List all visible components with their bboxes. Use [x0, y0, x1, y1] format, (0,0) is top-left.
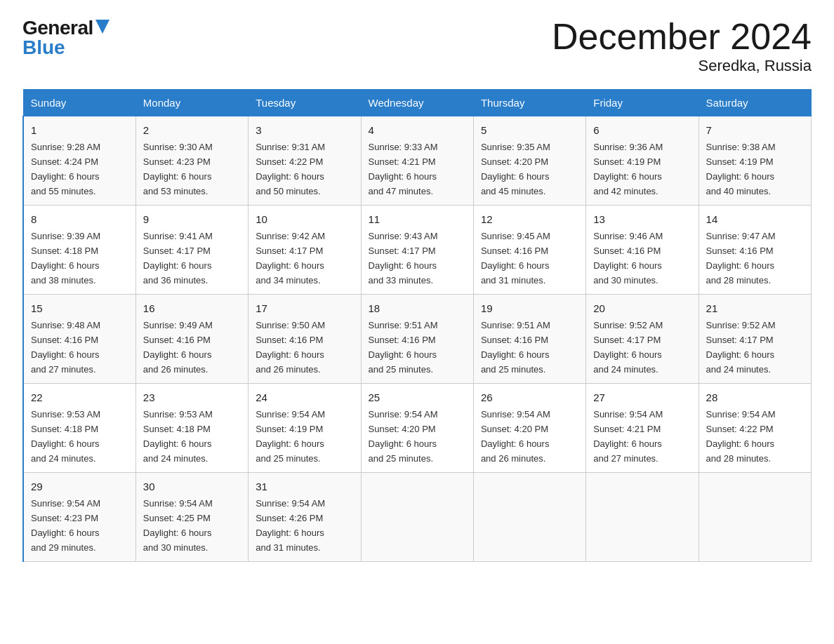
- day-cell: 2Sunrise: 9:30 AMSunset: 4:23 PMDaylight…: [135, 116, 248, 206]
- day-cell: 11Sunrise: 9:43 AMSunset: 4:17 PMDayligh…: [361, 206, 473, 295]
- title-block: December 2024 Seredka, Russia: [552, 17, 812, 75]
- svg-marker-0: [95, 20, 110, 34]
- week-row-3: 15Sunrise: 9:48 AMSunset: 4:16 PMDayligh…: [23, 295, 812, 384]
- calendar-body: 1Sunrise: 9:28 AMSunset: 4:24 PMDaylight…: [23, 116, 812, 562]
- day-info: Sunrise: 9:53 AMSunset: 4:18 PMDaylight:…: [31, 409, 100, 464]
- day-cell: 7Sunrise: 9:38 AMSunset: 4:19 PMDaylight…: [699, 116, 811, 206]
- header-row: SundayMondayTuesdayWednesdayThursdayFrid…: [23, 90, 812, 116]
- day-info: Sunrise: 9:53 AMSunset: 4:18 PMDaylight:…: [143, 409, 213, 464]
- day-number: 3: [256, 122, 353, 138]
- page-subtitle: Seredka, Russia: [552, 57, 812, 75]
- day-cell: 10Sunrise: 9:42 AMSunset: 4:17 PMDayligh…: [249, 206, 361, 295]
- day-info: Sunrise: 9:54 AMSunset: 4:20 PMDaylight:…: [369, 409, 438, 464]
- day-cell: 28Sunrise: 9:54 AMSunset: 4:22 PMDayligh…: [699, 384, 811, 473]
- day-info: Sunrise: 9:43 AMSunset: 4:17 PMDaylight:…: [369, 231, 438, 286]
- day-cell: 18Sunrise: 9:51 AMSunset: 4:16 PMDayligh…: [361, 295, 473, 384]
- day-cell: 26Sunrise: 9:54 AMSunset: 4:20 PMDayligh…: [473, 384, 585, 473]
- day-number: 29: [31, 478, 128, 495]
- calendar-header: SundayMondayTuesdayWednesdayThursdayFrid…: [23, 90, 812, 116]
- day-number: 2: [143, 122, 241, 138]
- page-title: December 2024: [552, 17, 812, 57]
- day-info: Sunrise: 9:51 AMSunset: 4:16 PMDaylight:…: [481, 320, 550, 375]
- day-number: 19: [481, 300, 578, 316]
- day-number: 21: [706, 300, 804, 316]
- day-cell: 19Sunrise: 9:51 AMSunset: 4:16 PMDayligh…: [473, 295, 585, 384]
- day-cell: 29Sunrise: 9:54 AMSunset: 4:23 PMDayligh…: [23, 472, 135, 561]
- day-cell: 17Sunrise: 9:50 AMSunset: 4:16 PMDayligh…: [249, 295, 361, 384]
- day-cell: 23Sunrise: 9:53 AMSunset: 4:18 PMDayligh…: [135, 384, 248, 473]
- header-cell-tuesday: Tuesday: [249, 90, 361, 116]
- day-cell: 6Sunrise: 9:36 AMSunset: 4:19 PMDaylight…: [586, 116, 699, 206]
- header-cell-friday: Friday: [586, 90, 699, 116]
- day-cell: 4Sunrise: 9:33 AMSunset: 4:21 PMDaylight…: [361, 116, 473, 206]
- day-info: Sunrise: 9:48 AMSunset: 4:16 PMDaylight:…: [31, 320, 100, 375]
- day-info: Sunrise: 9:31 AMSunset: 4:22 PMDaylight:…: [256, 142, 325, 196]
- day-info: Sunrise: 9:28 AMSunset: 4:24 PMDaylight:…: [31, 142, 100, 196]
- day-number: 24: [256, 389, 353, 405]
- header-cell-thursday: Thursday: [473, 90, 585, 116]
- day-info: Sunrise: 9:47 AMSunset: 4:16 PMDaylight:…: [706, 231, 776, 286]
- day-number: 31: [256, 478, 353, 495]
- day-cell: 1Sunrise: 9:28 AMSunset: 4:24 PMDaylight…: [23, 116, 135, 206]
- day-cell: 3Sunrise: 9:31 AMSunset: 4:22 PMDaylight…: [249, 116, 361, 206]
- day-number: 13: [593, 211, 691, 227]
- week-row-1: 1Sunrise: 9:28 AMSunset: 4:24 PMDaylight…: [23, 116, 812, 206]
- day-number: 9: [143, 211, 241, 227]
- day-number: 20: [593, 300, 691, 316]
- day-number: 16: [143, 300, 241, 316]
- day-info: Sunrise: 9:33 AMSunset: 4:21 PMDaylight:…: [369, 142, 438, 196]
- day-cell: 21Sunrise: 9:52 AMSunset: 4:17 PMDayligh…: [699, 295, 811, 384]
- day-info: Sunrise: 9:46 AMSunset: 4:16 PMDaylight:…: [593, 231, 663, 286]
- week-row-5: 29Sunrise: 9:54 AMSunset: 4:23 PMDayligh…: [23, 472, 812, 561]
- calendar-table: SundayMondayTuesdayWednesdayThursdayFrid…: [22, 89, 812, 562]
- logo-arrow-icon: [95, 20, 111, 38]
- day-info: Sunrise: 9:54 AMSunset: 4:25 PMDaylight:…: [143, 498, 213, 553]
- day-cell: 31Sunrise: 9:54 AMSunset: 4:26 PMDayligh…: [249, 472, 361, 561]
- day-info: Sunrise: 9:35 AMSunset: 4:20 PMDaylight:…: [481, 142, 550, 196]
- day-cell: [361, 472, 473, 561]
- day-info: Sunrise: 9:45 AMSunset: 4:16 PMDaylight:…: [481, 231, 550, 286]
- day-info: Sunrise: 9:54 AMSunset: 4:26 PMDaylight:…: [256, 498, 325, 553]
- day-info: Sunrise: 9:38 AMSunset: 4:19 PMDaylight:…: [706, 142, 776, 196]
- day-cell: 14Sunrise: 9:47 AMSunset: 4:16 PMDayligh…: [699, 206, 811, 295]
- day-cell: [586, 472, 699, 561]
- header-cell-saturday: Saturday: [699, 90, 811, 116]
- day-number: 10: [256, 211, 353, 227]
- day-number: 18: [369, 300, 466, 316]
- day-info: Sunrise: 9:54 AMSunset: 4:21 PMDaylight:…: [593, 409, 663, 464]
- day-info: Sunrise: 9:39 AMSunset: 4:18 PMDaylight:…: [31, 231, 100, 286]
- day-number: 17: [256, 300, 353, 316]
- day-info: Sunrise: 9:52 AMSunset: 4:17 PMDaylight:…: [593, 320, 663, 375]
- day-cell: [699, 472, 811, 561]
- day-info: Sunrise: 9:52 AMSunset: 4:17 PMDaylight:…: [706, 320, 776, 375]
- day-cell: 13Sunrise: 9:46 AMSunset: 4:16 PMDayligh…: [586, 206, 699, 295]
- day-info: Sunrise: 9:51 AMSunset: 4:16 PMDaylight:…: [369, 320, 438, 375]
- day-number: 15: [31, 300, 128, 316]
- day-cell: 8Sunrise: 9:39 AMSunset: 4:18 PMDaylight…: [23, 206, 135, 295]
- day-number: 6: [593, 122, 691, 138]
- day-info: Sunrise: 9:36 AMSunset: 4:19 PMDaylight:…: [593, 142, 663, 196]
- day-cell: 9Sunrise: 9:41 AMSunset: 4:17 PMDaylight…: [135, 206, 248, 295]
- day-info: Sunrise: 9:54 AMSunset: 4:23 PMDaylight:…: [31, 498, 100, 553]
- logo-blue-text: Blue: [22, 36, 65, 59]
- day-cell: 25Sunrise: 9:54 AMSunset: 4:20 PMDayligh…: [361, 384, 473, 473]
- day-info: Sunrise: 9:54 AMSunset: 4:22 PMDaylight:…: [706, 409, 776, 464]
- day-info: Sunrise: 9:54 AMSunset: 4:20 PMDaylight:…: [481, 409, 550, 464]
- day-cell: 15Sunrise: 9:48 AMSunset: 4:16 PMDayligh…: [23, 295, 135, 384]
- day-cell: 27Sunrise: 9:54 AMSunset: 4:21 PMDayligh…: [586, 384, 699, 473]
- day-cell: 5Sunrise: 9:35 AMSunset: 4:20 PMDaylight…: [473, 116, 585, 206]
- day-number: 12: [481, 211, 578, 227]
- day-cell: [473, 472, 585, 561]
- day-number: 14: [706, 211, 804, 227]
- day-number: 4: [369, 122, 466, 138]
- day-number: 26: [481, 389, 578, 405]
- week-row-4: 22Sunrise: 9:53 AMSunset: 4:18 PMDayligh…: [23, 384, 812, 473]
- day-cell: 16Sunrise: 9:49 AMSunset: 4:16 PMDayligh…: [135, 295, 248, 384]
- day-info: Sunrise: 9:41 AMSunset: 4:17 PMDaylight:…: [143, 231, 213, 286]
- day-number: 28: [706, 389, 804, 405]
- day-info: Sunrise: 9:30 AMSunset: 4:23 PMDaylight:…: [143, 142, 213, 196]
- day-number: 22: [31, 389, 128, 405]
- header-cell-monday: Monday: [135, 90, 248, 116]
- week-row-2: 8Sunrise: 9:39 AMSunset: 4:18 PMDaylight…: [23, 206, 812, 295]
- day-info: Sunrise: 9:49 AMSunset: 4:16 PMDaylight:…: [143, 320, 213, 375]
